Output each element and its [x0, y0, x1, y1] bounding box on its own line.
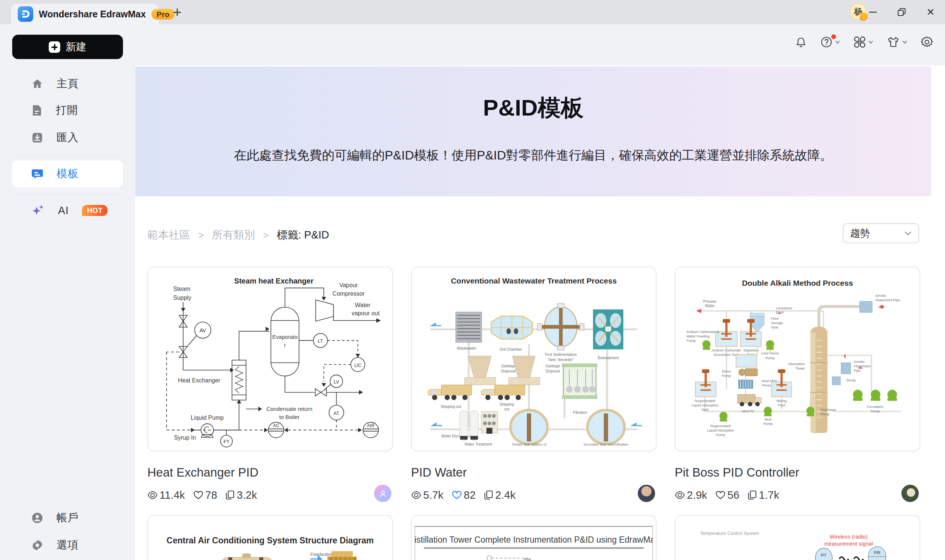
svg-text:Double Alkali Method Process: Double Alkali Method Process — [742, 279, 853, 287]
template-title[interactable]: PID Water — [411, 466, 657, 480]
svg-text:LIC: LIC — [354, 363, 362, 368]
svg-text:Pool: Pool — [778, 403, 785, 407]
app-tab[interactable]: Wondershare EdrawMax Pro — [11, 4, 159, 25]
svg-text:Pipe: Pipe — [854, 368, 861, 372]
svg-text:Limestone: Limestone — [776, 306, 792, 310]
views-icon — [147, 490, 158, 500]
sort-dropdown[interactable]: 趨勢 — [843, 223, 919, 243]
apps-button[interactable] — [853, 36, 873, 48]
svg-text:Circulation: Circulation — [867, 405, 883, 409]
svg-text:Syrup In: Syrup In — [174, 434, 196, 441]
template-thumbnail[interactable]: Distillation Tower Complete Instrumentat… — [411, 515, 657, 560]
user-avatar[interactable]: 杨 ⌄ — [850, 3, 867, 20]
plus-icon — [49, 42, 60, 53]
svg-text:vapour out: vapour out — [352, 310, 380, 316]
svg-text:Pump: Pump — [716, 433, 725, 437]
author-avatar[interactable] — [374, 485, 391, 502]
svg-text:measurement signal: measurement signal — [824, 541, 873, 547]
template-thumbnail[interactable]: Conventional Wastewater Treatment Proces… — [411, 266, 657, 451]
svg-text:Wastewater: Wastewater — [457, 346, 476, 350]
svg-text:Flour: Flour — [771, 316, 779, 320]
template-card-temperature-control: Temperature Control System Wireless (rad… — [675, 515, 920, 560]
chevron-down-icon — [904, 231, 912, 236]
copies-stat: 3.2k — [225, 489, 257, 501]
svg-text:Storage: Storage — [771, 321, 783, 325]
likes-stat[interactable]: 78 — [193, 489, 217, 501]
page-title: P&ID模板 — [135, 92, 931, 123]
minimize-button[interactable] — [868, 7, 879, 18]
svg-text:Sodium Carbonate &: Sodium Carbonate & — [686, 330, 719, 334]
sidebar-divider — [12, 194, 123, 194]
template-card-pid-water: Conventional Wastewater Treatment Proces… — [411, 266, 657, 504]
svg-text:Abatement Pipe: Abatement Pipe — [875, 298, 900, 302]
author-avatar[interactable] — [902, 485, 919, 502]
svg-text:Water: Water — [705, 304, 715, 308]
svg-text:Digestion: Digestion — [743, 348, 758, 352]
temperature-control-diagram: Temperature Control System Wireless (rad… — [679, 518, 917, 560]
new-tab-button[interactable]: + — [167, 1, 188, 24]
views-stat: 2.9k — [675, 489, 707, 501]
svg-text:FT: FT — [223, 439, 229, 445]
close-button[interactable]: ✕ — [925, 7, 936, 18]
svg-text:Biotreatment: Biotreatment — [598, 356, 619, 360]
svg-text:Water: Water — [355, 302, 371, 308]
svg-text:Mud: Mud — [765, 417, 771, 421]
sidebar-item-home[interactable]: 主頁 — [12, 71, 123, 97]
template-grid: Steam heat Exchanger Steam Supply AV — [147, 266, 920, 504]
author-avatar[interactable] — [638, 485, 655, 502]
breadcrumb: 範本社區 > 所有類別 > 標籤: P&ID — [147, 228, 329, 243]
person-icon — [379, 489, 387, 498]
likes-stat-liked[interactable]: 82 — [452, 489, 476, 501]
svg-text:Water Feeding: Water Feeding — [686, 334, 710, 338]
sidebar-item-import[interactable]: 匯入 — [12, 125, 123, 151]
template-stats: 2.9k 56 1.7k — [675, 486, 920, 504]
breadcrumb-all-categories[interactable]: 所有類別 — [212, 228, 255, 243]
notifications-button[interactable] — [795, 36, 807, 48]
template-title[interactable]: Heat Exchanger PID — [147, 466, 393, 480]
views-stat: 5.7k — [411, 489, 443, 501]
svg-text:to Boiler: to Boiler — [279, 414, 300, 420]
svg-text:Tower: Tower — [796, 366, 805, 370]
sidebar-item-account[interactable]: 帳戶 — [12, 505, 123, 531]
wastewater-treatment-diagram: Conventional Wastewater Treatment Proces… — [415, 270, 653, 448]
svg-text:Shipping: Shipping — [500, 402, 514, 406]
svg-text:Process: Process — [703, 299, 716, 303]
template-thumbnail[interactable]: Double Alkali Method Process Process Wat… — [675, 266, 920, 451]
sidebar-item-ai[interactable]: AI HOT — [12, 197, 123, 224]
svg-text:Sodium Carbonate: Sodium Carbonate — [712, 348, 741, 352]
settings-button[interactable] — [920, 36, 933, 48]
svg-text:Pump: Pump — [765, 356, 775, 360]
svg-text:Lime Slurry: Lime Slurry — [761, 351, 779, 355]
svg-text:Wireless (radio): Wireless (radio) — [830, 534, 868, 540]
main-content: P&ID模板 在此處查找免費的可編輯的P&ID模板！使用P&ID對零部件進行編目… — [135, 65, 945, 560]
sidebar-item-options[interactable]: 選項 — [12, 532, 123, 558]
views-stat: 11.4k — [147, 489, 185, 501]
new-document-button[interactable]: 新建 — [12, 35, 123, 59]
svg-text:Shipping out: Shipping out — [440, 405, 461, 409]
distillation-tower-diagram: Distillation Tower Complete Instrumentat… — [415, 518, 653, 560]
template-thumbnail[interactable]: Central Air Conditioning System Structur… — [147, 515, 393, 560]
help-button[interactable] — [820, 36, 840, 48]
template-thumbnail[interactable]: Temperature Control System Wireless (rad… — [675, 515, 920, 560]
svg-text:Heat Exchanger: Heat Exchanger — [178, 377, 221, 383]
sidebar-item-open[interactable]: 打開 — [12, 97, 123, 124]
member-badge-icon: ⌄ — [860, 12, 868, 21]
breadcrumb-community[interactable]: 範本社區 — [147, 228, 190, 243]
svg-text:Mixing: Mixing — [777, 399, 786, 403]
restore-button[interactable] — [896, 7, 907, 18]
svg-text:Liquid Absorption: Liquid Absorption — [707, 428, 734, 432]
sidebar-item-templates[interactable]: 模板 — [12, 161, 123, 187]
template-grid-row2: Central Air Conditioning System Structur… — [147, 515, 920, 560]
svg-text:First Sedimentation: First Sedimentation — [545, 352, 577, 357]
window-controls: ✕ — [868, 0, 936, 25]
svg-text:Tank: Tank — [771, 325, 778, 329]
svg-text:Central Air Conditioning Syste: Central Air Conditioning System Structur… — [166, 535, 374, 545]
template-thumbnail[interactable]: Steam heat Exchanger Steam Supply AV — [147, 266, 393, 451]
merch-tshirt-button[interactable] — [887, 36, 907, 48]
app-title: Wondershare EdrawMax — [39, 9, 146, 20]
likes-stat[interactable]: 56 — [715, 489, 739, 501]
template-stats: 5.7k 82 2.4k — [411, 486, 657, 504]
template-title[interactable]: Pit Boss PID Controller — [675, 466, 920, 480]
hot-badge: HOT — [82, 205, 107, 216]
svg-text:Temperature Control System: Temperature Control System — [700, 531, 759, 536]
